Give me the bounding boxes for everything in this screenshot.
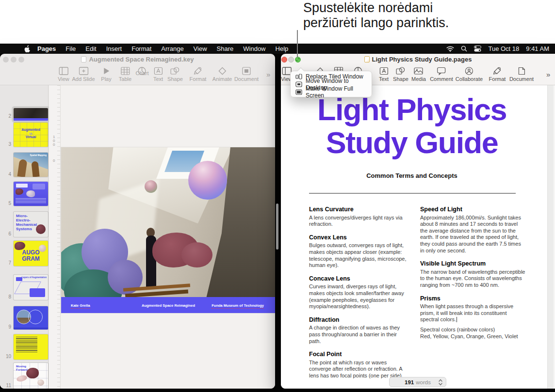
word-count-stepper-icon[interactable]	[439, 379, 442, 387]
menu-item-window[interactable]: Window	[238, 45, 270, 52]
comment-button[interactable]: Comment	[430, 67, 453, 82]
pages-window: Light Physics Study Guide.pages View Tex…	[281, 54, 555, 389]
text-cursor	[457, 317, 457, 322]
collaborate-button[interactable]: Collaborate	[456, 67, 483, 82]
menu-item-insert[interactable]: Insert	[101, 45, 127, 52]
slide-footer-bar: Kate Grella Augmented Space Reimagined F…	[61, 297, 275, 313]
slide-number: 3	[3, 141, 11, 147]
slide-thumbnail-3[interactable]: Augmented VS Virtual	[14, 123, 48, 147]
document-subtitle[interactable]: Common Terms and Concepts	[291, 172, 533, 179]
word-count-value: 191	[405, 379, 414, 385]
term-definition[interactable]: When light passes through a dispersive p…	[420, 303, 526, 323]
term-heading[interactable]: Focal Point	[309, 351, 408, 358]
keynote-doc-icon	[81, 56, 86, 63]
toolbar-overflow-chevron[interactable]: »	[546, 70, 549, 78]
text-button[interactable]: Text	[379, 67, 389, 82]
view-button[interactable]: View	[58, 67, 69, 82]
screenshot-root: Spustelėkite norėdami peržiūrėti lango p…	[0, 0, 555, 392]
slide-thumbnail-8[interactable]: Layers of Augmentation	[14, 275, 48, 300]
keynote-toolbar: View Add Slide Play Table Chart Text	[0, 64, 275, 85]
keynote-window-title: Augmented Space Reimagined.key	[0, 56, 275, 63]
term-definition[interactable]: A lens converges/diverges light rays via…	[309, 215, 408, 228]
slide-number: 2	[3, 113, 11, 119]
pages-window-title: Light Physics Study Guide.pages	[281, 56, 555, 63]
callout-line-2: peržiūrėti lango parinktis.	[303, 16, 449, 31]
callout-text: Spustelėkite norėdami peržiūrėti lango p…	[303, 0, 449, 31]
pages-document-area[interactable]: Light Physics Study Guide Common Terms a…	[281, 85, 555, 389]
play-button[interactable]: Play	[101, 67, 111, 82]
media-button[interactable]: Media	[411, 67, 426, 82]
spotlight-search-icon[interactable]	[461, 46, 467, 52]
floating-sphere-small	[145, 180, 157, 193]
tile-divider-handle[interactable]	[276, 204, 278, 250]
term-definition[interactable]: A change in direction of waves as they p…	[309, 325, 408, 345]
term-definition[interactable]: Curves inward, diverges rays of light, m…	[309, 283, 408, 310]
cloud-blob-red-right	[181, 242, 212, 267]
menu-item-app[interactable]: Pages	[33, 45, 61, 52]
word-count-unit: words	[416, 379, 431, 385]
wifi-icon[interactable]	[446, 46, 454, 52]
keynote-canvas[interactable]: 100 0	[49, 85, 275, 389]
slide-thumbnail-11[interactable]: Moving Forward	[14, 363, 48, 389]
term-heading[interactable]: Lens Curvature	[309, 206, 408, 213]
menubar-time[interactable]: 9:41 AM	[526, 45, 549, 52]
menu-item-arrange[interactable]: Arrange	[156, 45, 188, 52]
floating-sphere-large	[188, 161, 227, 200]
ruler-mark-100: 100	[53, 135, 57, 147]
term-heading[interactable]: Speed of Light	[420, 206, 526, 213]
slide-thumbnail-9[interactable]	[14, 306, 48, 329]
horizontal-rule	[309, 193, 516, 194]
apple-menu-icon[interactable]	[24, 45, 31, 52]
menu-item-share[interactable]: Share	[212, 45, 239, 52]
word-count-control[interactable]: 191 words	[389, 377, 446, 387]
term-heading[interactable]: Visible Light Spectrum	[420, 261, 526, 267]
menubar-date[interactable]: Tue Oct 18	[488, 45, 519, 52]
slide-thumbnail-10[interactable]	[14, 334, 48, 360]
term-definition[interactable]: Approximately 186,000mi/s. Sunlight take…	[420, 215, 526, 254]
keynote-window: Augmented Space Reimagined.key View Add …	[0, 54, 275, 389]
glossary-left-column[interactable]: Lens Curvature A lens converges/diverges…	[309, 206, 408, 386]
term-definition[interactable]: Bulges outward, converges rays of light,…	[309, 242, 408, 268]
term-heading[interactable]: Prisms	[420, 296, 526, 302]
term-heading[interactable]: Convex Lens	[309, 235, 408, 241]
slide-thumbnail-5[interactable]	[14, 182, 48, 206]
term-definition[interactable]: The narrow band of wavelengths perceptib…	[420, 269, 526, 289]
prisms-extra-line-1[interactable]: Spectral colors (rainbow colors)	[420, 327, 526, 333]
document-title[interactable]: Light Physics Study Guide	[291, 93, 533, 159]
slide-thumbnail-4[interactable]: Spatial Mapping	[14, 153, 48, 177]
document-button[interactable]: Document	[509, 67, 534, 82]
slide-number: 6	[3, 231, 11, 236]
slide-thumbnail-6[interactable]: Micro-Electro-MechanicalSystems	[14, 212, 48, 237]
menu-item-make-window-full-screen[interactable]: Make Window Full Screen	[291, 88, 372, 96]
shape-button[interactable]: Shape	[393, 67, 408, 82]
current-slide[interactable]: Kate Grella Augmented Space Reimagined F…	[61, 147, 275, 313]
vertical-scrollbar[interactable]	[547, 85, 554, 389]
keynote-title-bar[interactable]: Augmented Space Reimagined.key	[0, 54, 275, 65]
term-definition[interactable]: The point at which rays or waves converg…	[309, 360, 408, 379]
menu-item-help[interactable]: Help	[271, 45, 294, 52]
menu-item-view[interactable]: View	[189, 45, 212, 52]
glossary-right-column[interactable]: Speed of Light Approximately 186,000mi/s…	[420, 206, 526, 346]
menu-item-format[interactable]: Format	[127, 45, 156, 52]
format-button[interactable]: Format	[190, 67, 207, 82]
control-center-icon[interactable]	[474, 46, 481, 52]
term-heading[interactable]: Concave Lens	[309, 276, 408, 282]
chart-button[interactable]: Chart	[136, 67, 149, 76]
format-button[interactable]: Format	[489, 67, 506, 82]
pages-title-bar[interactable]: Light Physics Study Guide.pages	[281, 54, 555, 65]
slide-number: 9	[3, 324, 11, 329]
slide-thumbnail-2-selected[interactable]	[14, 108, 48, 121]
slide-thumbnail-7[interactable]: AUGOGRAM	[14, 241, 48, 266]
menu-item-file[interactable]: File	[61, 45, 81, 52]
slide-navigator[interactable]: 2 3 Augmented VS Virtual 4 Spatial Mappi…	[0, 85, 49, 389]
text-button[interactable]: Text	[153, 67, 163, 82]
toolbar-overflow-chevron[interactable]: »	[266, 70, 269, 78]
table-button[interactable]: Table	[119, 67, 131, 82]
prisms-extra-line-2[interactable]: Red, Yellow, Cyan, Orange, Green, Violet	[420, 333, 526, 340]
add-slide-button[interactable]: Add Slide	[72, 67, 95, 82]
term-heading[interactable]: Diffraction	[309, 317, 408, 324]
document-button[interactable]: Document	[234, 67, 259, 82]
shape-button[interactable]: Shape	[167, 67, 183, 82]
menu-item-edit[interactable]: Edit	[81, 45, 101, 52]
animate-button[interactable]: Animate	[212, 67, 232, 82]
